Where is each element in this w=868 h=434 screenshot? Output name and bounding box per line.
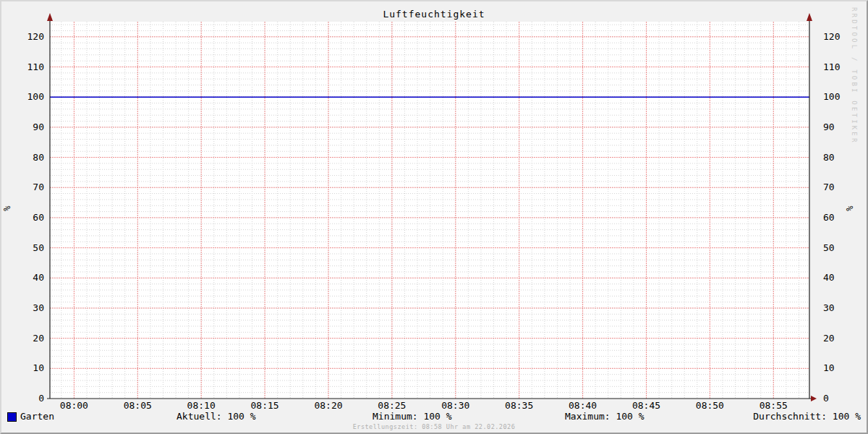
y-tick-label-right: 80: [823, 153, 835, 163]
y-tick-label-right: 30: [823, 303, 835, 313]
x-tick-label: 08:25: [373, 401, 411, 411]
y-tick-label-left: 120: [20, 32, 44, 42]
y-tick-label-left: 30: [20, 303, 44, 313]
y-axis-unit-label-right: %: [844, 203, 856, 214]
y-tick-label-left: 10: [20, 363, 44, 373]
y-tick-label-right: 40: [823, 273, 835, 283]
plot-canvas: [50, 22, 809, 399]
y-tick-label-right: 60: [823, 213, 835, 223]
x-tick-label: 08:50: [691, 401, 728, 411]
x-tick-label: 08:45: [628, 401, 665, 411]
y-tick-label-left: 60: [20, 213, 44, 223]
stat-aktuell: Aktuell: 100 %: [176, 412, 256, 422]
x-tick-label: 08:15: [246, 401, 284, 411]
legend-swatch-garten: [7, 412, 17, 422]
rrdtool-watermark: RRDTOOL / TOBI OETIKER: [851, 7, 858, 145]
y-tick-label-right: 90: [823, 122, 835, 132]
x-tick-label: 08:35: [501, 401, 538, 411]
x-axis-arrow: [811, 396, 817, 401]
chart-title: Luftfeuchtigkeit: [1, 9, 867, 20]
y-tick-label-left: 20: [20, 333, 44, 344]
y-tick-label-right: 0: [823, 393, 829, 404]
y-tick-label-left: 80: [20, 153, 44, 163]
stat-maximum: Maximum: 100 %: [565, 412, 644, 422]
y-tick-label-left: 40: [20, 273, 44, 283]
x-tick-label: 08:40: [564, 401, 602, 411]
y-tick-label-right: 70: [823, 182, 835, 192]
rrdtool-humidity-graph: Luftfeuchtigkeit % % 0102030405060708090…: [0, 0, 868, 434]
y-tick-label-right: 100: [823, 92, 840, 102]
x-tick-label: 08:55: [754, 401, 792, 411]
y-tick-label-right: 50: [823, 243, 835, 253]
y-tick-label-right: 110: [823, 62, 840, 72]
y-tick-label-left: 50: [20, 243, 44, 253]
stat-durchschnitt: Durchschnitt: 100 %: [753, 412, 861, 422]
y-tick-label-left: 100: [20, 92, 44, 102]
x-tick-label: 08:05: [119, 401, 156, 411]
y-tick-label-right: 120: [823, 32, 840, 42]
y-tick-label-left: 110: [20, 62, 44, 72]
y-tick-label-left: 90: [20, 122, 44, 132]
creation-time-text: Erstellungszeit: 08:58 Uhr am 22.02.2026: [1, 423, 867, 430]
legend-series-label: Garten: [20, 412, 54, 422]
y-tick-label-right: 20: [823, 333, 835, 344]
y-tick-label-left: 0: [20, 393, 44, 404]
y-tick-label-left: 70: [20, 182, 44, 192]
y-tick-label-right: 10: [823, 363, 835, 373]
x-tick-label: 08:00: [55, 401, 93, 411]
x-tick-label: 08:10: [182, 401, 220, 411]
x-tick-label: 08:20: [310, 401, 347, 411]
y-axis-unit-label-left: %: [1, 203, 13, 214]
x-tick-label: 08:30: [437, 401, 475, 411]
stat-minimum: Minimum: 100 %: [373, 412, 452, 422]
plot-area: [1, 1, 867, 433]
